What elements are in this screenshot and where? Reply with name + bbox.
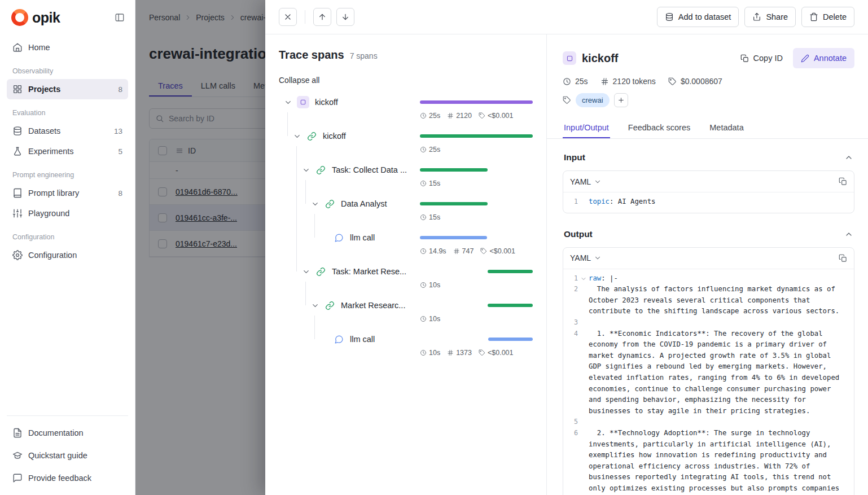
copy-icon [839, 254, 847, 262]
app-root: opik HomeObservabilityProjects8Evaluatio… [0, 0, 868, 495]
add-to-dataset-button[interactable]: Add to dataset [657, 7, 739, 27]
output-copy-button[interactable] [839, 254, 847, 262]
span-stat-tag: <$0.001 [479, 349, 514, 357]
sidebar-item-configuration[interactable]: Configuration [7, 245, 128, 265]
sidebar-item-playground[interactable]: Playground [7, 203, 128, 224]
link-icon [316, 165, 326, 175]
add-tag-button[interactable] [614, 93, 628, 107]
sidebar-footer: DocumentationQuickstart guideProvide fee… [7, 415, 128, 495]
sidebar-item-documentation[interactable]: Documentation [7, 422, 128, 444]
clock-icon [420, 214, 427, 221]
span-stat-clock: 15s [420, 213, 440, 221]
sidebar-item-count: 13 [114, 127, 122, 135]
hash-icon [447, 349, 454, 356]
collapse-code-button[interactable] [578, 273, 589, 282]
hash-icon [600, 77, 609, 86]
span-row[interactable]: Task: Market Rese... 10s [279, 262, 533, 296]
sidebar-item-experiments[interactable]: Experiments5 [7, 141, 128, 161]
output-collapse-toggle[interactable] [844, 230, 853, 239]
code-line: 1topic: AI Agents [563, 196, 854, 208]
tag-icon [668, 77, 677, 86]
output-code-header: YAML [563, 248, 854, 269]
detail-scroll-area[interactable]: Input YAML 1topic: AI Agents [547, 139, 868, 495]
annotate-label: Annotate [814, 54, 847, 63]
tag-crewai[interactable]: crewai [576, 93, 610, 107]
tag-icon [563, 96, 571, 104]
collapse-row-button[interactable] [310, 200, 319, 208]
sidebar-item-provide-feedback[interactable]: Provide feedback [7, 467, 128, 489]
code-line: 1raw: |- [563, 273, 854, 284]
opik-logo[interactable]: opik [11, 9, 60, 26]
sidebar-item-prompt-library[interactable]: Prompt library8 [7, 183, 128, 203]
detail-tab-feedback-scores[interactable]: Feedback scores [627, 117, 691, 138]
opik-logo-text: opik [32, 10, 60, 26]
span-row[interactable]: Market Researc... 10s [279, 296, 533, 330]
link-icon [307, 132, 317, 141]
collapse-row-button[interactable] [301, 166, 310, 174]
code-chevron-spacer [578, 428, 589, 430]
span-row[interactable]: llm call 10s1373<$0.001 [279, 330, 533, 364]
chevron-down-icon [302, 166, 310, 174]
database-icon [12, 126, 23, 136]
next-trace-button[interactable] [336, 8, 354, 26]
sidebar-item-home[interactable]: Home [7, 37, 128, 58]
output-format-select[interactable]: YAML [570, 253, 602, 262]
span-tree: kickoff 25s2120<$0.001 kickoff 25s Task:… [279, 93, 533, 364]
span-duration-bar [420, 134, 533, 138]
code-text: The analysis of factors influencing mark… [589, 284, 854, 317]
previous-trace-button[interactable] [313, 8, 331, 26]
trace-box-icon [565, 54, 574, 63]
line-number: 4 [563, 328, 578, 340]
collapse-row-button[interactable] [283, 98, 292, 107]
span-row[interactable]: kickoff 25s [279, 127, 533, 161]
span-name: Data Analyst [341, 199, 392, 208]
code-line: 5 [563, 417, 854, 428]
collapse-row-button[interactable] [310, 301, 319, 310]
input-code: 1topic: AI Agents [563, 192, 854, 213]
share-label: Share [766, 12, 788, 21]
sidebar-item-label: Home [28, 43, 50, 52]
trace-spans-column: Trace spans 7 spans Collapse all kickoff… [265, 34, 547, 495]
sidebar-collapse-button[interactable] [115, 12, 125, 23]
collapse-all-button[interactable]: Collapse all [279, 76, 319, 85]
detail-tab-input-output[interactable]: Input/Output [563, 117, 610, 138]
code-line: 4 1. **Economic Indicators**: The recove… [563, 328, 854, 417]
input-format-select[interactable]: YAML [570, 177, 602, 186]
trace-title-row: kickoff Copy ID Annotate [563, 48, 854, 68]
span-name: llm call [350, 335, 380, 344]
span-row[interactable]: llm call 14.9s747<$0.001 [279, 229, 533, 262]
chat-icon [12, 473, 23, 483]
code-text: 1. **Economic Indicators**: The recovery… [589, 328, 854, 417]
span-stat-clock: 10s [420, 315, 440, 323]
sidebar: opik HomeObservabilityProjects8Evaluatio… [0, 0, 135, 495]
delete-button[interactable]: Delete [801, 7, 854, 27]
annotate-button[interactable]: Annotate [793, 48, 854, 68]
span-row[interactable]: kickoff 25s2120<$0.001 [279, 93, 533, 127]
collapse-row-button[interactable] [292, 132, 301, 141]
span-duration-bar [420, 236, 487, 239]
sidebar-item-quickstart-guide[interactable]: Quickstart guide [7, 444, 128, 467]
input-section-header[interactable]: Input [563, 151, 854, 170]
close-panel-button[interactable] [279, 8, 297, 26]
span-row[interactable]: Task: Collect Data ... 15s [279, 161, 533, 195]
span-row[interactable]: Data Analyst 15s [279, 195, 533, 229]
input-collapse-toggle[interactable] [844, 153, 853, 162]
sidebar-item-datasets[interactable]: Datasets13 [7, 121, 128, 141]
code-line: 3 [563, 317, 854, 328]
share-button[interactable]: Share [744, 7, 796, 27]
trace-nav-buttons [313, 8, 354, 26]
copy-id-button[interactable]: Copy ID [734, 50, 790, 66]
chevron-down-icon [580, 275, 587, 282]
clock-icon [420, 248, 427, 255]
link-icon [325, 301, 335, 310]
detail-tab-metadata[interactable]: Metadata [708, 117, 744, 138]
output-code-box: YAML 1raw: |-2 The analysis of factors i… [563, 247, 854, 495]
sidebar-item-projects[interactable]: Projects8 [7, 79, 128, 99]
output-section-header[interactable]: Output [563, 228, 854, 247]
trace-icon [297, 96, 309, 108]
collapse-row-button[interactable] [301, 268, 310, 276]
tree-connector [305, 282, 306, 305]
input-copy-button[interactable] [839, 177, 847, 186]
sidebar-section-configuration: Configuration [7, 224, 128, 245]
input-section-title: Input [564, 152, 585, 163]
